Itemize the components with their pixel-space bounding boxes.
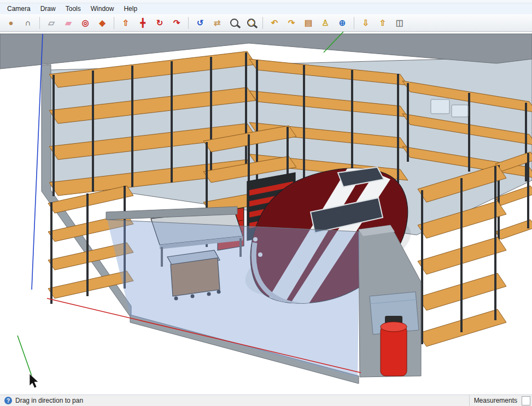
menu-draw[interactable]: Draw — [36, 4, 61, 14]
circle-tool-icon[interactable]: ● — [3, 15, 19, 31]
menu-camera[interactable]: Camera — [2, 4, 36, 14]
menu-help[interactable]: Help — [119, 4, 142, 14]
toolbar-separator — [39, 17, 40, 29]
toolbar[interactable]: ●∩▱▰◎◆⇧╋↻↷↺⇄↶↷▤♙⊕⇩⇧◫ — [0, 14, 532, 32]
compressor-top — [381, 322, 407, 332]
move-icon[interactable]: ╋ — [135, 15, 150, 31]
component-icon[interactable]: ◫ — [392, 15, 407, 31]
viewport-canvas[interactable] — [0, 32, 532, 395]
zoom-icon[interactable] — [226, 15, 242, 31]
google-earth-icon[interactable]: ⊕ — [335, 15, 350, 31]
menu-bar[interactable]: CameraDrawToolsWindowHelp — [0, 3, 532, 14]
menu-tools[interactable]: Tools — [61, 4, 86, 14]
next-view-icon[interactable]: ↷ — [284, 15, 299, 31]
pan-icon[interactable]: ⇄ — [209, 15, 225, 31]
arc-tool-icon[interactable]: ∩ — [20, 15, 36, 31]
compressor-tank — [381, 326, 407, 376]
help-icon[interactable]: ? — [4, 397, 12, 404]
measurements-label: Measurements — [469, 395, 522, 406]
zoom-window-icon[interactable] — [243, 15, 259, 31]
air-compressor[interactable] — [381, 316, 407, 376]
pink-eraser-icon[interactable]: ▰ — [61, 15, 76, 31]
previous-view-icon[interactable]: ↶ — [267, 15, 282, 31]
toolbar-separator — [262, 17, 263, 29]
push-pull-icon[interactable]: ⇧ — [118, 15, 133, 31]
paint-bucket-icon[interactable]: ◆ — [95, 15, 110, 31]
eraser-icon[interactable]: ▱ — [44, 15, 59, 31]
toolbar-separator — [354, 17, 354, 29]
get-models-icon[interactable]: ⇩ — [358, 15, 373, 31]
measurements-field[interactable] — [522, 396, 530, 405]
toolbar-separator — [114, 17, 114, 29]
orbit-icon[interactable]: ↺ — [192, 15, 208, 31]
storage-bin[interactable] — [452, 105, 468, 117]
status-bar: ? Drag in direction to pan Measurements — [0, 395, 532, 406]
menu-window[interactable]: Window — [86, 4, 119, 14]
toolbar-separator — [188, 17, 189, 29]
tape-measure-icon[interactable]: ◎ — [78, 15, 93, 31]
rotate-icon[interactable]: ↻ — [152, 15, 167, 31]
storage-bin[interactable] — [431, 99, 449, 114]
position-camera-icon[interactable]: ♙ — [318, 15, 333, 31]
flip-icon[interactable]: ↷ — [169, 15, 184, 31]
status-hint: Drag in direction to pan — [15, 397, 83, 404]
section-plane-icon[interactable]: ▤ — [301, 15, 316, 31]
share-model-icon[interactable]: ⇧ — [375, 15, 390, 31]
3d-viewport[interactable] — [0, 32, 532, 395]
